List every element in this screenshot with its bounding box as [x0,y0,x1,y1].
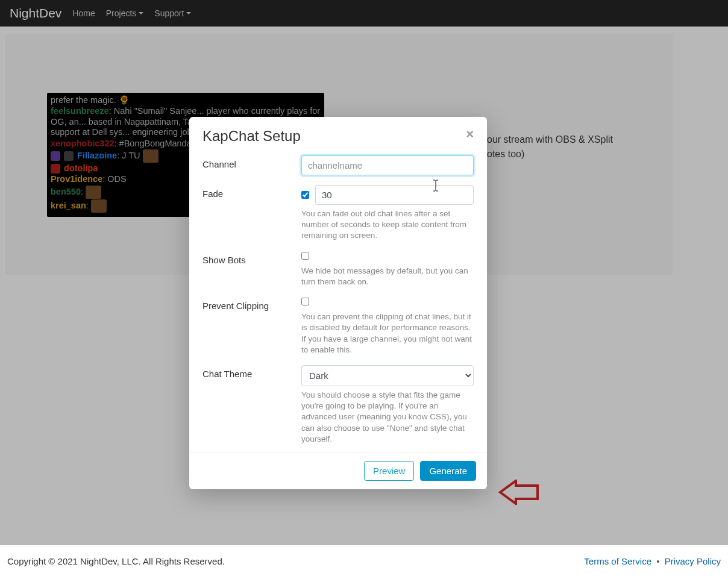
generate-button[interactable]: Generate [420,461,476,481]
tos-link[interactable]: Terms of Service [584,556,651,566]
bots-row: Show Bots We hide bot messages by defaul… [202,251,474,287]
bots-label: Show Bots [202,251,301,265]
preview-button[interactable]: Preview [364,461,414,481]
chevron-down-icon [186,12,191,14]
theme-row: Chat Theme Dark You should choose a styl… [202,365,474,445]
chevron-down-icon [139,12,143,14]
dot-separator: • [656,556,659,566]
page: our stream with OBS & XSplit otes too) p… [0,27,728,582]
theme-label: Chat Theme [202,365,301,379]
brand[interactable]: NightDev [10,6,61,20]
footer-links: Terms of Service • Privacy Policy [584,556,721,566]
footer-copyright: Copyright © 2021 NightDev, LLC. All Righ… [7,556,225,566]
clip-label: Prevent Clipping [202,297,301,311]
fade-label: Fade [202,185,301,199]
kapchat-setup-modal: KapChat Setup × Channel Fade You can fad… [189,117,487,489]
annotation-arrow-icon [498,480,539,505]
privacy-link[interactable]: Privacy Policy [665,556,721,566]
nav-home[interactable]: Home [72,8,95,18]
footer: Copyright © 2021 NightDev, LLC. All Righ… [0,545,728,582]
channel-label: Channel [202,155,301,169]
bots-help: We hide bot messages by default, but you… [301,266,474,287]
fade-help: You can fade out old chat lines after a … [301,208,474,242]
navbar: NightDev Home Projects Support [0,0,728,27]
fade-checkbox[interactable] [301,191,309,199]
nav-projects[interactable]: Projects [106,8,144,18]
prevent-clipping-checkbox[interactable] [301,298,309,305]
modal-title: KapChat Setup [202,128,301,145]
channel-row: Channel [202,155,474,175]
modal-footer: Preview Generate [189,452,487,489]
nav-projects-label: Projects [106,8,137,18]
close-icon[interactable]: × [466,128,474,141]
clip-row: Prevent Clipping You can prevent the cli… [202,297,474,355]
theme-select[interactable]: Dark [301,365,474,386]
fade-seconds-input[interactable] [315,185,474,205]
nav-support[interactable]: Support [154,8,191,18]
clip-help: You can prevent the clipping of chat lin… [301,311,474,355]
nav-support-label: Support [154,8,184,18]
fade-row: Fade You can fade out old chat lines aft… [202,185,474,242]
modal-header: KapChat Setup × [189,117,487,149]
show-bots-checkbox[interactable] [301,252,309,260]
modal-body: Channel Fade You can fade out old chat l… [189,149,487,452]
channel-input[interactable] [301,155,474,175]
theme-help: You should choose a style that fits the … [301,390,474,445]
